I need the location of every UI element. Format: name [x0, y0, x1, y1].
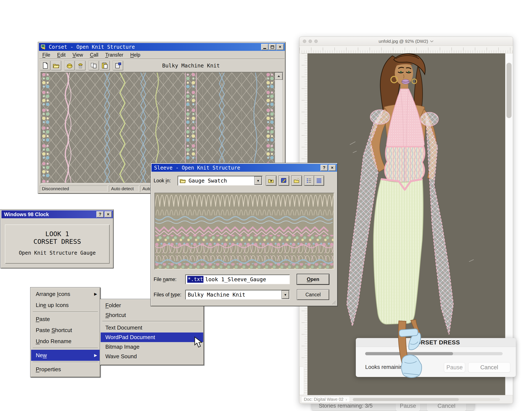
folder-icon [180, 178, 186, 183]
menu-item-properties[interactable]: Properties [31, 364, 100, 375]
menu-item-paste-shortcut[interactable]: Paste Shortcut [31, 325, 100, 336]
corset-titlebar[interactable]: Corset - Open Knit Structure × [39, 43, 285, 51]
up-one-level-icon[interactable] [266, 176, 276, 186]
new-folder-icon[interactable] [292, 176, 302, 186]
submenu-arrow-icon: ▶ [94, 353, 97, 358]
horizontal-scrollbar[interactable] [353, 398, 500, 401]
resize-grip[interactable] [331, 300, 336, 305]
look-name: CORSET DRESS [5, 238, 110, 245]
paste-icon[interactable] [100, 61, 110, 70]
list-view-icon[interactable] [304, 176, 314, 186]
sleeve-dialog-title: Sleeve - Open Knit Structure [154, 165, 240, 171]
progress-dialog-title: CORSET DRESS [356, 338, 516, 347]
sleeve-knit-swatch-image [155, 193, 333, 269]
menu-separator [33, 312, 98, 312]
menu-call[interactable]: Call [87, 51, 102, 59]
open-folder-icon[interactable] [51, 61, 61, 70]
submenu-item-bitmap-image[interactable]: Bitmap Image [101, 342, 203, 352]
collapsed-panel-tab[interactable] [299, 366, 304, 395]
corset-dress-progress-dialog: CORSET DRESS Looks remaining...1/4 Pause… [356, 338, 516, 377]
hyperterminal-icon [40, 44, 47, 50]
clock-titlebar[interactable]: Windows 98 Clock ? × [1, 210, 113, 218]
combo-dropdown-icon[interactable]: ▼ [282, 290, 289, 299]
vertical-scrollbar-thumb[interactable] [506, 63, 512, 118]
corset-toolbar: Bulky Machine Knit [40, 60, 285, 71]
horizontal-ruler [299, 46, 513, 53]
corset-menubar: File Edit View Call Transfer Help [39, 51, 285, 58]
menu-help[interactable]: Help [127, 51, 143, 59]
maximize-button[interactable] [269, 44, 276, 50]
pause-button[interactable]: Pause [444, 362, 465, 373]
dial-phone-icon[interactable] [75, 61, 85, 70]
chevron-right-icon[interactable]: › [346, 397, 347, 402]
menu-item-arrange-icons[interactable]: Arrange Icons▶ [31, 289, 100, 299]
progress-bar [365, 352, 503, 355]
files-of-type-value: Bulky Machine Knit [188, 292, 282, 298]
mac-window-title: unfold.jpg @ 92% (DW2) [379, 39, 428, 44]
close-button[interactable]: × [276, 44, 284, 50]
menu-edit[interactable]: Edit [54, 51, 69, 59]
menu-item-paste[interactable]: Paste [31, 314, 100, 325]
look-number: LOOK 1 [5, 230, 110, 238]
desktop-pencil-icon[interactable] [279, 176, 289, 186]
clock-window-title: Windows 98 Clock [4, 211, 49, 217]
copy-icon[interactable] [89, 61, 99, 70]
scroll-up-icon[interactable] [275, 73, 283, 80]
sleeve-titlebar[interactable]: Sleeve - Open Knit Structure ? × [152, 164, 337, 172]
minimize-button[interactable] [261, 44, 268, 50]
doc-label: Doc: Digital Wave 02 [304, 397, 343, 402]
corset-window-title: Corset - Open Knit Structure [49, 44, 135, 50]
screenshot-stage: Stories remaining: 3/5 Pause Cancel unfo… [0, 0, 532, 411]
status-connection: Disconnected [40, 186, 107, 192]
doc-info-pill[interactable]: Doc: Digital Wave 02 › [301, 396, 350, 403]
menu-item-undo-rename[interactable]: Undo Rename [31, 336, 100, 347]
selected-extension: *.txt [187, 276, 203, 283]
file-name-input[interactable]: *.txt look 1_Sleeve_Gauge [185, 274, 290, 284]
cancel-button[interactable]: Cancel [297, 290, 329, 300]
open-button[interactable]: Open [297, 274, 329, 284]
mac-titlebar[interactable]: unfold.jpg @ 92% (DW2) [299, 37, 513, 46]
mouse-cursor-icon [194, 336, 203, 349]
close-button[interactable]: × [329, 165, 336, 171]
properties-icon[interactable] [113, 61, 123, 70]
submenu-item-text-document[interactable]: Text Document [101, 323, 203, 333]
desktop-context-menu: Arrange Icons▶ Line up Icons Paste Paste… [30, 287, 100, 377]
traffic-lights [303, 40, 320, 43]
chevron-down-icon[interactable] [430, 40, 434, 43]
terminal-mode-label: Bulky Machine Knit [162, 63, 220, 69]
look-in-combobox[interactable]: Gauge Swatch ▼ [178, 176, 263, 186]
looks-remaining-text: Looks remaining...1/4 [365, 364, 418, 370]
files-of-type-combobox[interactable]: Bulky Machine Knit ▼ [185, 290, 290, 299]
submenu-item-wave-sound[interactable]: Wave Sound [101, 352, 203, 361]
close-button[interactable]: × [104, 211, 112, 217]
cancel-button[interactable]: Cancel [468, 362, 510, 373]
menu-item-line-up-icons[interactable]: Line up Icons [31, 299, 100, 311]
status-autodetect-1: Auto detect [109, 186, 139, 192]
look-in-value: Gauge Swatch [189, 178, 255, 184]
details-view-icon[interactable] [314, 176, 324, 186]
menu-view[interactable]: View [70, 51, 86, 59]
submenu-arrow-icon: ▶ [94, 292, 97, 296]
submenu-item-wordpad-document[interactable]: WordPad Document [101, 333, 203, 342]
submenu-item-shortcut[interactable]: Shortcut [101, 310, 203, 320]
minimize-dot-icon[interactable] [309, 40, 312, 43]
menu-transfer[interactable]: Transfer [102, 51, 126, 59]
progress-bar-fill [365, 352, 453, 355]
file-name-value: look 1_Sleeve_Gauge [205, 276, 266, 282]
zoom-dot-icon[interactable] [314, 40, 318, 43]
combo-dropdown-icon[interactable]: ▼ [255, 177, 262, 185]
horizontal-scrollbar-thumb[interactable] [353, 398, 459, 401]
file-name-label: File name: [154, 277, 185, 282]
menu-item-new[interactable]: New▶ [31, 350, 100, 361]
files-of-type-row: Files of type: Bulky Machine Knit ▼ Canc… [154, 289, 335, 300]
file-name-row: File name: *.txt look 1_Sleeve_Gauge Ope… [154, 274, 335, 285]
menu-file[interactable]: File [39, 51, 53, 59]
help-button[interactable]: ? [96, 211, 104, 217]
close-dot-icon[interactable] [303, 40, 306, 43]
menu-separator [102, 321, 201, 322]
files-of-type-label: Files of type: [154, 292, 185, 298]
help-button[interactable]: ? [321, 165, 328, 171]
clock-display-panel: LOOK 1 CORSET DRESS Open Knit Structure … [5, 224, 110, 264]
new-document-icon[interactable] [40, 61, 50, 70]
call-phone-icon[interactable] [65, 61, 75, 70]
